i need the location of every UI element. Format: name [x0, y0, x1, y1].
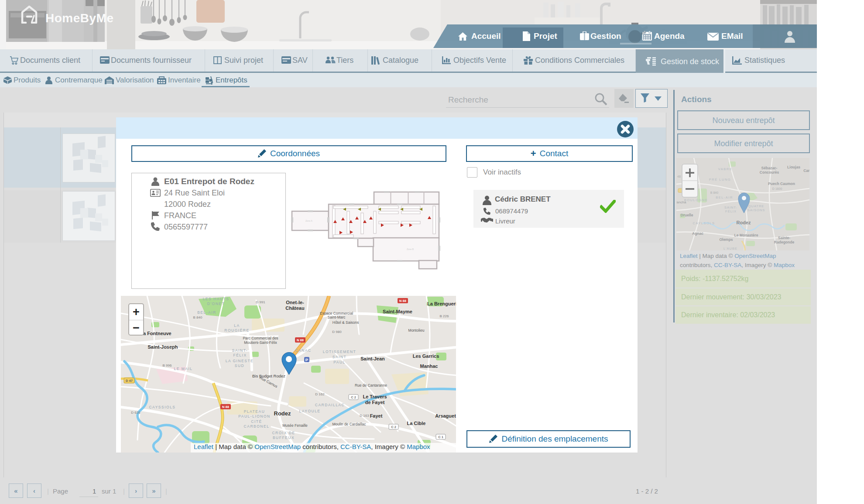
- svg-text:QUATRE: QUATRE: [748, 204, 765, 208]
- svg-text:Saint-Mayme: Saint-Mayme: [383, 309, 412, 314]
- svg-text:Zone A: Zone A: [305, 219, 313, 222]
- svg-text:Saint-Marc: Saint-Marc: [327, 315, 346, 319]
- svg-text:Olemps: Olemps: [719, 237, 733, 242]
- svg-text:SAISONS: SAISONS: [747, 208, 765, 212]
- svg-text:BEL-AIR: BEL-AIR: [197, 310, 216, 315]
- svg-text:Les Garrics: Les Garrics: [413, 353, 439, 359]
- svg-text:Le Travers: Le Travers: [363, 394, 387, 399]
- svg-text:N 88: N 88: [399, 299, 406, 303]
- svg-text:BEL-AIR: BEL-AIR: [716, 195, 733, 199]
- svg-text:D 162: D 162: [315, 392, 325, 396]
- svg-text:D 626: D 626: [131, 411, 141, 415]
- svg-text:Puech Caumon: Puech Caumon: [768, 182, 795, 186]
- svg-text:SUD: SUD: [235, 363, 244, 368]
- svg-text:Rue de Cantaranne: Rue de Cantaranne: [355, 383, 387, 387]
- svg-text:Lioujas: Lioujas: [787, 165, 800, 169]
- svg-text:SAINT-: SAINT-: [232, 348, 248, 353]
- svg-text:CROIX DE: CROIX DE: [272, 431, 295, 435]
- svg-text:Hôtel & Saisons: Hôtel & Saisons: [333, 320, 359, 325]
- svg-text:La Brenguerie: La Brenguerie: [427, 301, 456, 306]
- svg-text:FÉLIX: FÉLIX: [725, 209, 737, 213]
- svg-text:N 88: N 88: [297, 338, 304, 342]
- svg-text:Rodez: Rodez: [274, 410, 291, 417]
- svg-text:Musée Fenaille: Musée Fenaille: [282, 423, 308, 428]
- svg-text:CAYLSOLS: CAYLSOLS: [693, 221, 715, 225]
- svg-text:LAYOULE: LAYOULE: [299, 409, 320, 413]
- svg-text:Sébazac-: Sébazac-: [761, 166, 778, 170]
- svg-text:Camp: Camp: [803, 168, 809, 173]
- svg-text:VABRE: VABRE: [718, 167, 732, 171]
- svg-text:D 980: D 980: [332, 330, 342, 334]
- svg-text:D 991: D 991: [256, 300, 265, 304]
- svg-text:francha: francha: [676, 200, 686, 204]
- svg-text:BUFFEUX: BUFFEUX: [273, 435, 295, 440]
- svg-text:L'AUBE: L'AUBE: [723, 247, 737, 250]
- svg-text:Agnac: Agnac: [692, 231, 703, 236]
- svg-text:La Cible: La Cible: [407, 421, 426, 426]
- svg-text:CANAC: CANAC: [295, 348, 311, 353]
- svg-text:LA: LA: [234, 323, 240, 328]
- svg-text:Onet-le-: Onet-le-: [286, 300, 304, 305]
- svg-text:ROUGIÈRE: ROUGIÈRE: [224, 328, 249, 333]
- svg-text:Saint-Jean: Saint-Jean: [360, 356, 385, 361]
- svg-text:C 2: C 2: [391, 425, 396, 429]
- svg-text:D 1600: D 1600: [772, 187, 782, 190]
- svg-text:Moutiers-Saint-Félix: Moutiers-Saint-Félix: [244, 340, 277, 345]
- svg-text:PAUL: PAUL: [333, 360, 346, 364]
- svg-text:C 1: C 1: [438, 435, 443, 439]
- svg-text:La Fontneuve: La Fontneuve: [140, 331, 171, 336]
- svg-text:Radegonde: Radegonde: [774, 240, 795, 244]
- svg-text:B 226: B 226: [440, 314, 449, 318]
- svg-text:Rodez: Rodez: [737, 220, 751, 225]
- svg-text:D 163: D 163: [360, 414, 369, 418]
- svg-text:Concourès: Concourès: [760, 170, 779, 175]
- svg-text:Moulin de Cardaillac: Moulin de Cardaillac: [332, 422, 366, 426]
- svg-text:PRÉ LUNG: PRÉ LUNG: [709, 178, 731, 182]
- svg-text:Montolieu: Montolieu: [408, 328, 425, 333]
- svg-text:de Fayet: de Fayet: [365, 400, 385, 405]
- svg-text:Saint-Joseph: Saint-Joseph: [147, 344, 178, 350]
- svg-text:Manhac: Manhac: [420, 363, 438, 369]
- svg-text:FÉLIX: FÉLIX: [233, 353, 247, 357]
- svg-text:BOULOGNE: BOULOGNE: [684, 198, 708, 202]
- svg-text:LA GINESTE: LA GINESTE: [226, 359, 254, 363]
- svg-text:D 47: D 47: [126, 379, 133, 383]
- svg-text:PLATEAU: PLATEAU: [244, 409, 265, 414]
- svg-text:D'ONET: D'ONET: [207, 302, 225, 306]
- svg-text:C 2: C 2: [351, 395, 356, 399]
- svg-text:B 840: B 840: [193, 315, 202, 319]
- svg-text:LES HAUTS: LES HAUTS: [203, 297, 230, 301]
- svg-text:CAYSSIOLS: CAYSSIOLS: [149, 405, 175, 409]
- svg-text:Arsaguet: Arsaguet: [435, 413, 456, 418]
- svg-text:Zone B: Zone B: [407, 248, 414, 250]
- svg-text:Sainte-: Sainte-: [778, 236, 791, 240]
- svg-text:P: P: [305, 357, 309, 362]
- svg-text:Druelle: Druelle: [681, 213, 693, 217]
- svg-text:B 996: B 996: [163, 363, 172, 367]
- svg-text:N 88: N 88: [222, 405, 229, 409]
- svg-text:B 840: B 840: [710, 191, 718, 194]
- svg-text:Bis Budget Rodez: Bis Budget Rodez: [252, 374, 285, 378]
- svg-text:LOTISSEMENT: LOTISSEMENT: [323, 350, 356, 354]
- svg-text:CARDAILLAC: CARDAILLAC: [315, 403, 345, 407]
- svg-text:48: 48: [677, 175, 681, 178]
- svg-text:Fayet: Fayet: [370, 413, 383, 418]
- svg-text:Parc Commercial des: Parc Commercial des: [243, 336, 278, 340]
- svg-text:Château: Château: [285, 305, 304, 311]
- svg-text:CARBONEL: CARBONEL: [244, 424, 270, 429]
- svg-text:SAINT: SAINT: [333, 355, 347, 359]
- svg-text:SAINT-: SAINT-: [724, 206, 737, 209]
- svg-text:LE MAIL: LE MAIL: [174, 367, 192, 371]
- svg-text:Le Monastère: Le Monastère: [734, 233, 758, 237]
- svg-text:PAUL-LIONON: PAUL-LIONON: [238, 414, 271, 418]
- svg-text:CITÉ: CITÉ: [251, 419, 262, 424]
